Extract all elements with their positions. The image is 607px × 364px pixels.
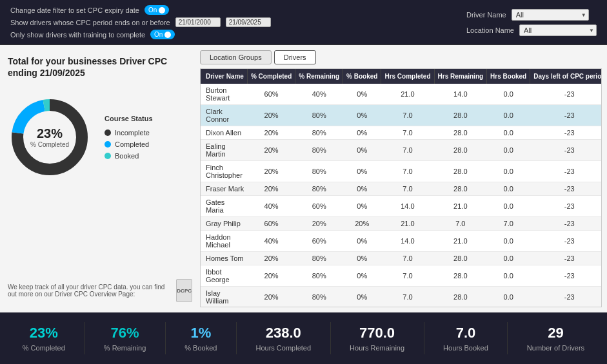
driver-name-cell: Haddon Michael xyxy=(201,231,247,252)
stat-divider-5 xyxy=(424,322,424,354)
location-name-select[interactable]: All xyxy=(519,24,597,36)
data-cell: 40% xyxy=(295,84,343,105)
left-panel: Total for your businesses Driver CPC end… xyxy=(0,45,200,312)
data-cell: -23 xyxy=(530,182,602,196)
data-cell: 7.0 xyxy=(381,161,434,182)
data-cell: 0% xyxy=(343,140,381,161)
data-cell: -23 xyxy=(530,196,602,217)
data-cell: 0% xyxy=(343,161,381,182)
col-days-left: Days left of CPC period xyxy=(530,69,602,84)
donut-section: 23% % Completed Course Status Incomplete… xyxy=(8,95,192,179)
stat-hrs-booked: 7.0 Hours Booked xyxy=(443,325,488,352)
driver-name-cell: Clark Connor xyxy=(201,105,247,126)
data-cell: 14.0 xyxy=(434,84,487,105)
legend-booked: Booked xyxy=(104,152,153,160)
data-cell: 60% xyxy=(295,231,343,252)
stat-pct-booked-value: 1% xyxy=(190,325,211,341)
data-cell: 0.0 xyxy=(487,182,530,196)
stat-hrs-remaining: 770.0 Hours Remaining xyxy=(350,325,404,352)
data-cell: 20% xyxy=(247,126,295,140)
driver-name-row: Driver Name All xyxy=(466,9,597,21)
data-cell: 20% xyxy=(247,105,295,126)
stat-pct-booked: 1% % Booked xyxy=(184,325,217,352)
data-cell: 80% xyxy=(295,126,343,140)
data-cell: 7.0 xyxy=(381,140,434,161)
data-cell: 21.0 xyxy=(434,231,487,252)
data-cell: 7.0 xyxy=(381,265,434,287)
incomplete-label: Incomplete xyxy=(115,129,150,137)
data-cell: -23 xyxy=(530,140,602,161)
data-cell: 80% xyxy=(295,105,343,126)
driver-name-cell: Gates Maria xyxy=(201,196,247,217)
booked-label: Booked xyxy=(115,152,139,160)
table-row: Fraser Mark20%80%0%7.028.00.0-234.0 xyxy=(201,182,602,196)
table-row: Clark Connor20%80%0%7.028.00.0-234.0 xyxy=(201,105,602,126)
data-cell: 7.0 xyxy=(434,217,487,231)
driver-name-cell: Ibbot George xyxy=(201,265,247,287)
stat-divider-6 xyxy=(507,322,508,354)
toggle1-state: On xyxy=(148,6,157,14)
data-cell: -23 xyxy=(530,231,602,252)
data-cell: 28.0 xyxy=(434,105,487,126)
data-cell: 20% xyxy=(247,287,295,308)
data-cell: 0.0 xyxy=(487,126,530,140)
driver-name-cell: Fraser Mark xyxy=(201,182,247,196)
toggle1-switch[interactable]: On xyxy=(144,5,169,15)
driver-name-cell: Burton Stewart xyxy=(201,84,247,105)
tab-drivers[interactable]: Drivers xyxy=(274,50,316,64)
data-cell: 28.0 xyxy=(434,287,487,308)
data-cell: 21.0 xyxy=(381,84,434,105)
data-cell: 0.0 xyxy=(487,140,530,161)
tab-location-groups[interactable]: Location Groups xyxy=(200,50,272,64)
stat-num-drivers: 29 Number of Drivers xyxy=(527,325,584,352)
data-cell: 0.0 xyxy=(487,265,530,287)
tab-bar: Location Groups Drivers xyxy=(200,50,602,64)
filter-right: Driver Name All Location Name All xyxy=(466,9,597,36)
donut-sub-label: % Completed xyxy=(30,141,69,148)
stat-pct-completed-value: 23% xyxy=(30,325,58,341)
data-cell: 20% xyxy=(247,252,295,265)
toggle3-switch[interactable]: On xyxy=(150,30,175,39)
legend: Course Status Incomplete Completed Booke… xyxy=(104,115,153,160)
table-wrapper[interactable]: Driver Name % Completed % Remaining % Bo… xyxy=(200,68,602,307)
toggle3-dot xyxy=(164,32,171,38)
col-pct-completed: % Completed xyxy=(247,69,295,84)
data-cell: 60% xyxy=(247,84,295,105)
content-area: Total for your businesses Driver CPC end… xyxy=(0,45,607,312)
toggle1-dot xyxy=(159,7,165,14)
toggle3-state: On xyxy=(154,31,163,38)
col-driver-name: Driver Name xyxy=(201,69,247,84)
incomplete-dot xyxy=(104,129,111,136)
driver-name-cell: Ealing Martin xyxy=(201,140,247,161)
data-cell: 0% xyxy=(343,196,381,217)
stats-bar: 23% % Completed 76% % Remaining 1% % Boo… xyxy=(0,312,607,364)
table-row: Burton Stewart60%40%0%21.014.00.0-232.0 xyxy=(201,84,602,105)
date-from-input[interactable] xyxy=(175,17,221,27)
cpc-note: We keep track of all your driver CPC dat… xyxy=(8,279,192,302)
stat-hrs-remaining-value: 770.0 xyxy=(359,325,395,341)
data-cell: 28.0 xyxy=(434,140,487,161)
col-pct-remaining: % Remaining xyxy=(295,69,343,84)
data-cell: 28.0 xyxy=(434,161,487,182)
stat-pct-completed: 23% % Completed xyxy=(23,325,65,352)
data-cell: 80% xyxy=(295,265,343,287)
data-cell: 7.0 xyxy=(487,217,530,231)
location-name-dropdown-wrapper: All xyxy=(519,24,597,36)
booked-dot xyxy=(104,153,111,159)
driver-name-select[interactable]: All xyxy=(512,9,589,21)
completed-dot xyxy=(104,141,111,148)
data-cell: 0% xyxy=(343,126,381,140)
data-cell: 80% xyxy=(295,252,343,265)
table-row: Homes Tom20%80%0%7.028.00.0-234.0 xyxy=(201,252,602,265)
data-cell: -23 xyxy=(530,126,602,140)
data-cell: 0.0 xyxy=(487,196,530,217)
filter-left: Change date filter to set CPC expiry dat… xyxy=(10,5,271,39)
data-cell: 80% xyxy=(295,182,343,196)
date-to-input[interactable] xyxy=(226,17,271,27)
data-cell: 21.0 xyxy=(434,196,487,217)
legend-incomplete: Incomplete xyxy=(104,129,153,137)
data-cell: 0% xyxy=(343,287,381,308)
stat-pct-booked-label: % Booked xyxy=(184,344,217,352)
stat-hrs-completed-label: Hours Completed xyxy=(255,344,311,352)
stat-hrs-booked-label: Hours Booked xyxy=(443,344,488,352)
